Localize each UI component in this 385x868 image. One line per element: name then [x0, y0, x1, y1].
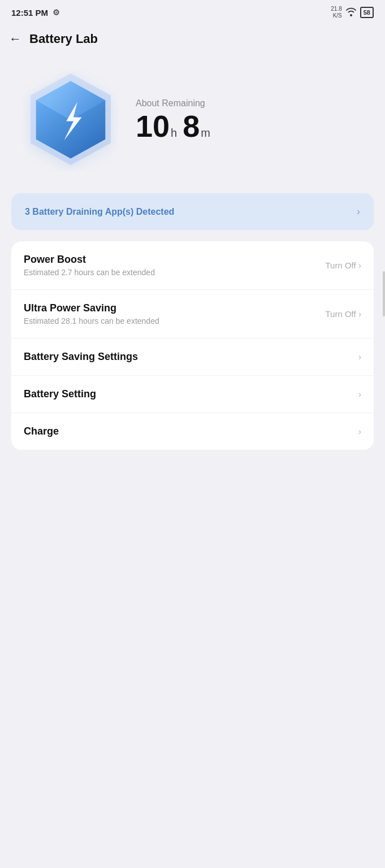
status-left: 12:51 PM ⚙: [11, 8, 60, 18]
power-boost-action[interactable]: Turn Off: [325, 261, 356, 270]
scrollbar: [383, 271, 385, 316]
power-boost-item[interactable]: Power Boost Estimated 2.7 hours can be e…: [11, 241, 374, 290]
battery-setting-left: Battery Setting: [24, 388, 96, 400]
battery-time-section: About Remaining 10 h 8 m: [136, 98, 215, 141]
battery-setting-right: ›: [358, 389, 361, 400]
battery-level: 58: [364, 9, 370, 16]
clock: 12:51 PM: [11, 8, 48, 18]
ultra-power-saving-left: Ultra Power Saving Estimated 28.1 hours …: [24, 302, 159, 326]
ultra-power-saving-title: Ultra Power Saving: [24, 302, 159, 314]
alert-banner[interactable]: 3 Battery Draining App(s) Detected ›: [11, 193, 374, 230]
ultra-power-saving-right: Turn Off ›: [325, 309, 361, 319]
time-display: 10 h 8 m: [136, 111, 215, 141]
settings-card: Power Boost Estimated 2.7 hours can be e…: [11, 241, 374, 450]
hours-unit: h: [171, 127, 177, 140]
power-boost-chevron-icon: ›: [358, 261, 361, 271]
battery-saving-settings-left: Battery Saving Settings: [24, 351, 138, 363]
status-right: 21.8 K/S 58: [331, 6, 374, 19]
ultra-power-saving-item[interactable]: Ultra Power Saving Estimated 28.1 hours …: [11, 290, 374, 338]
header: ← Battery Lab: [0, 23, 385, 52]
status-bar: 12:51 PM ⚙ 21.8 K/S 58: [0, 0, 385, 23]
page-title: Battery Lab: [29, 32, 98, 46]
battery-saving-settings-chevron-icon: ›: [358, 352, 361, 362]
alert-text: 3 Battery Draining App(s) Detected: [25, 207, 174, 217]
hero-section: About Remaining 10 h 8 m: [0, 52, 385, 188]
battery-hex-icon: [23, 69, 119, 171]
power-boost-left: Power Boost Estimated 2.7 hours can be e…: [24, 254, 155, 277]
battery-saving-settings-title: Battery Saving Settings: [24, 351, 138, 363]
charge-title: Charge: [24, 426, 59, 437]
battery-saving-settings-right: ›: [358, 352, 361, 362]
battery-saving-settings-item[interactable]: Battery Saving Settings ›: [11, 338, 374, 376]
charge-chevron-icon: ›: [358, 427, 361, 437]
minutes-number: 8: [183, 111, 200, 141]
ultra-power-saving-subtitle: Estimated 28.1 hours can be extended: [24, 316, 159, 326]
wifi-icon: [345, 7, 357, 18]
power-boost-title: Power Boost: [24, 254, 155, 266]
hours-number: 10: [136, 111, 170, 141]
charge-item[interactable]: Charge ›: [11, 413, 374, 450]
battery-icon: 58: [360, 7, 374, 18]
ultra-power-saving-chevron-icon: ›: [358, 309, 361, 319]
battery-setting-title: Battery Setting: [24, 388, 96, 400]
power-boost-right: Turn Off ›: [325, 261, 361, 271]
power-boost-subtitle: Estimated 2.7 hours can be extended: [24, 268, 155, 277]
battery-setting-item[interactable]: Battery Setting ›: [11, 376, 374, 413]
minutes-unit: m: [201, 127, 210, 140]
back-button[interactable]: ←: [9, 32, 21, 46]
alert-chevron-icon: ›: [357, 206, 360, 218]
charge-left: Charge: [24, 426, 59, 437]
ultra-power-saving-action[interactable]: Turn Off: [325, 309, 356, 319]
network-speed: 21.8 K/S: [331, 6, 341, 19]
battery-setting-chevron-icon: ›: [358, 389, 361, 400]
about-remaining-label: About Remaining: [136, 98, 215, 108]
gear-icon: ⚙: [53, 8, 60, 17]
charge-right: ›: [358, 427, 361, 437]
